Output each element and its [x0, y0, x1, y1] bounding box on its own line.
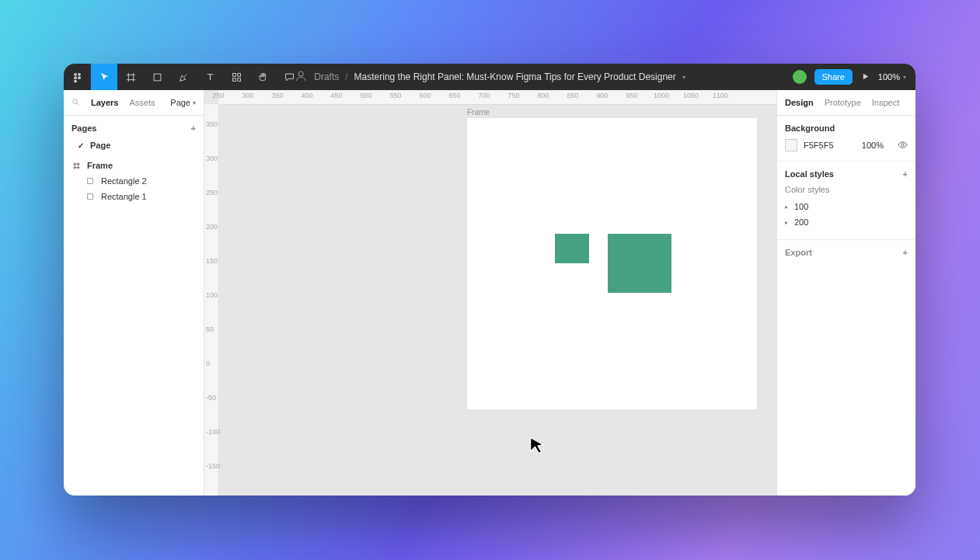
svg-rect-2 — [74, 76, 77, 79]
add-export-button[interactable]: + — [903, 248, 908, 257]
svg-rect-0 — [74, 72, 77, 75]
canvas-shape-rectangle-2[interactable] — [555, 234, 589, 263]
svg-rect-13 — [88, 194, 93, 200]
color-style-item[interactable]: ▸100 — [785, 199, 908, 214]
text-tool-button[interactable] — [197, 64, 223, 90]
svg-rect-6 — [232, 73, 235, 76]
top-toolbar: Drafts / Mastering the Right Panel: Must… — [64, 64, 915, 90]
present-button[interactable] — [860, 71, 870, 83]
svg-point-14 — [902, 143, 904, 145]
search-icon[interactable] — [71, 98, 80, 108]
background-swatch[interactable] — [785, 139, 797, 151]
breadcrumb-location[interactable]: Drafts — [314, 71, 339, 82]
background-header: Background — [785, 123, 835, 133]
background-hex[interactable]: F5F5F5 — [804, 141, 834, 150]
rectangle-icon — [85, 177, 95, 185]
check-icon: ✓ — [78, 141, 84, 150]
canvas-shape-rectangle-1[interactable] — [608, 234, 671, 293]
layer-rectangle[interactable]: Rectangle 2 — [64, 173, 204, 189]
document-title[interactable]: Mastering the Right Panel: Must-Know Fig… — [354, 71, 676, 82]
svg-rect-7 — [237, 73, 240, 76]
frame-icon — [71, 162, 81, 170]
chevron-right-icon: ▸ — [785, 203, 788, 210]
frame-tool-button[interactable] — [117, 64, 144, 90]
tab-inspect[interactable]: Inspect — [872, 98, 899, 107]
tab-layers[interactable]: Layers — [91, 98, 118, 107]
horizontal-ruler: 2503003504004505005506006507007508008509… — [218, 90, 776, 105]
rectangle-icon — [85, 193, 95, 200]
move-tool-button[interactable] — [91, 64, 117, 90]
tab-assets[interactable]: Assets — [129, 98, 155, 107]
add-page-button[interactable]: + — [191, 123, 196, 133]
layer-frame[interactable]: Frame — [64, 158, 204, 173]
left-panel: Layers Assets Page▾ Pages + ✓ Page Frame — [64, 90, 204, 496]
chevron-right-icon: ▸ — [785, 219, 788, 226]
svg-rect-12 — [88, 179, 93, 184]
figma-menu-button[interactable] — [64, 64, 91, 90]
background-opacity[interactable]: 100% — [862, 141, 884, 150]
svg-rect-8 — [232, 78, 235, 81]
pages-header: Pages — [71, 123, 96, 133]
svg-rect-1 — [78, 72, 81, 75]
page-selector[interactable]: Page▾ — [170, 98, 196, 107]
add-style-button[interactable]: + — [903, 169, 908, 179]
export-header: Export — [785, 248, 812, 257]
cursor-icon — [527, 435, 549, 458]
collaborator-avatar[interactable] — [793, 70, 807, 84]
user-avatar-icon[interactable] — [294, 69, 308, 85]
color-styles-subheader: Color styles — [785, 185, 908, 194]
canvas[interactable]: 2503003504004505005506006507007508008509… — [204, 90, 776, 496]
svg-point-11 — [73, 99, 78, 103]
svg-point-10 — [298, 71, 303, 76]
chevron-down-icon: ▾ — [193, 99, 196, 106]
chevron-down-icon[interactable]: ▾ — [682, 74, 685, 81]
svg-rect-9 — [237, 78, 240, 81]
shape-tool-button[interactable] — [144, 64, 170, 90]
zoom-control[interactable]: 100%▾ — [878, 72, 906, 82]
tab-design[interactable]: Design — [785, 98, 814, 107]
right-panel: Design Prototype Inspect Background F5F5… — [776, 90, 915, 496]
resources-button[interactable] — [223, 64, 249, 90]
svg-rect-4 — [74, 79, 77, 82]
layer-rectangle[interactable]: Rectangle 1 — [64, 189, 204, 204]
local-styles-header: Local styles — [785, 169, 834, 179]
frame-label[interactable]: Frame — [467, 108, 490, 117]
page-item[interactable]: ✓ Page — [64, 137, 204, 153]
svg-rect-3 — [78, 76, 81, 79]
chevron-down-icon: ▾ — [903, 74, 906, 81]
vertical-ruler: 350300250200150100500-50-100-150 — [204, 104, 219, 496]
color-style-item[interactable]: ▸200 — [785, 214, 908, 230]
tab-prototype[interactable]: Prototype — [825, 98, 861, 107]
svg-rect-5 — [154, 74, 161, 81]
pen-tool-button[interactable] — [170, 64, 197, 90]
share-button[interactable]: Share — [814, 69, 853, 85]
hand-tool-button[interactable] — [249, 64, 276, 90]
visibility-toggle-icon[interactable] — [898, 140, 908, 151]
